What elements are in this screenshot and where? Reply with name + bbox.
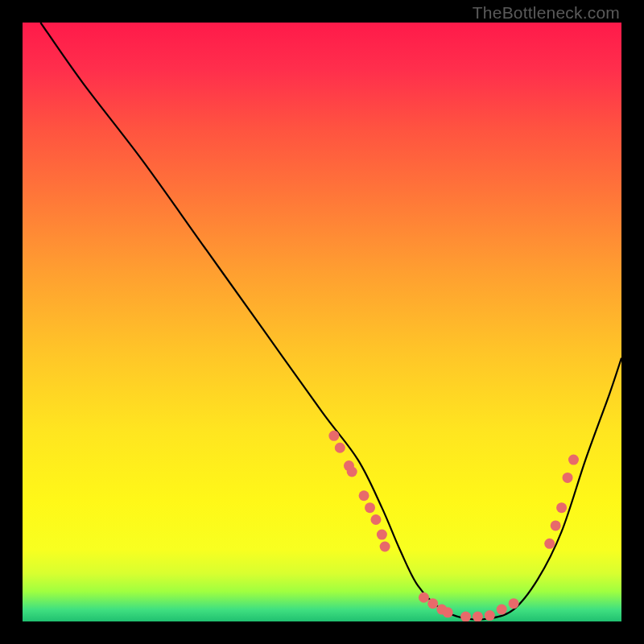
right-slope-dots [556, 502, 567, 513]
left-slope-dots [380, 542, 390, 552]
curve-line [40, 23, 621, 620]
valley-dots [497, 605, 507, 615]
right-slope-dots [568, 455, 579, 465]
right-slope-dots [551, 520, 561, 530]
right-slope-dots [563, 473, 573, 483]
curve-dots [328, 431, 579, 621]
left-slope-dots [335, 443, 345, 453]
left-slope-dots [328, 431, 339, 441]
left-slope-dots [365, 502, 375, 513]
chart-svg [23, 23, 621, 621]
chart-plot-area [23, 23, 621, 621]
left-slope-dots [347, 467, 357, 477]
left-slope-dots [377, 530, 387, 540]
valley-dots [419, 592, 429, 603]
valley-dots [485, 610, 495, 621]
valley-dots [509, 598, 519, 609]
valley-dots [443, 607, 453, 617]
left-slope-dots [359, 490, 369, 501]
right-slope-dots [544, 539, 555, 549]
valley-dots [460, 612, 471, 621]
left-slope-dots [370, 514, 381, 525]
watermark-text: TheBottleneck.com [473, 3, 620, 23]
valley-dots [473, 612, 483, 621]
bottleneck-curve [40, 23, 621, 620]
valley-dots [427, 598, 438, 609]
